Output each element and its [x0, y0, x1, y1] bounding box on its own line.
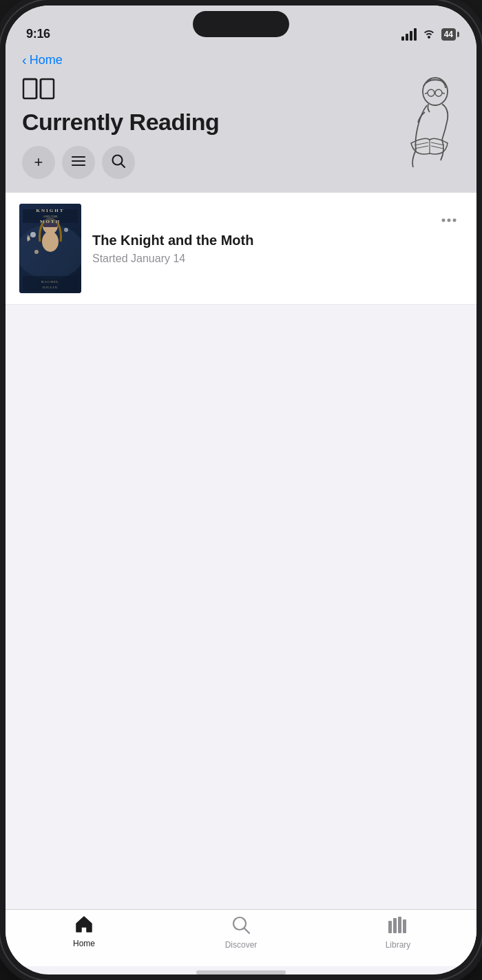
add-button[interactable]: +: [22, 146, 55, 179]
content-area: KNIGHT AND THE MOTH RACHEL GILLIG The Kn…: [6, 193, 476, 909]
svg-rect-42: [393, 918, 397, 933]
tab-home[interactable]: Home: [6, 915, 163, 950]
screen: 9:16 44: [6, 6, 476, 974]
book-cover: KNIGHT AND THE MOTH RACHEL GILLIG: [19, 204, 81, 293]
header-section: Currently Reading +: [6, 71, 476, 193]
book-started: Started January 14: [92, 253, 424, 265]
svg-point-23: [42, 231, 59, 252]
svg-line-40: [244, 928, 249, 933]
back-chevron-icon: ‹: [22, 52, 27, 68]
book-info: The Knight and the Moth Started January …: [92, 232, 424, 265]
home-icon: [74, 915, 94, 936]
home-indicator: [196, 970, 286, 974]
phone-frame: 9:16 44: [0, 0, 482, 980]
filter-button[interactable]: [62, 146, 95, 179]
svg-point-26: [30, 232, 36, 237]
dynamic-island: [193, 11, 289, 37]
svg-line-10: [431, 146, 443, 149]
back-button[interactable]: ‹ Home: [22, 52, 460, 68]
status-time: 9:16: [26, 27, 50, 41]
wifi-icon: [422, 28, 436, 41]
svg-line-7: [415, 142, 428, 145]
reading-illustration: [380, 71, 463, 153]
svg-point-28: [34, 250, 39, 254]
tab-library[interactable]: Library: [319, 915, 476, 950]
svg-rect-41: [388, 921, 392, 933]
book-title: The Knight and the Moth: [92, 232, 424, 248]
status-icons: 44: [401, 28, 456, 41]
signal-icon: [401, 28, 417, 41]
svg-text:GILLIG: GILLIG: [43, 286, 59, 289]
back-label: Home: [30, 53, 63, 67]
tab-bar: Home Discover: [6, 909, 476, 966]
svg-line-9: [431, 142, 444, 145]
search-button[interactable]: [102, 146, 135, 179]
svg-line-4: [425, 93, 428, 94]
filter-icon: [71, 155, 86, 171]
svg-line-20: [121, 164, 125, 167]
svg-rect-43: [398, 917, 401, 933]
svg-text:RACHEL: RACHEL: [41, 280, 59, 284]
svg-point-36: [442, 219, 446, 222]
plus-icon: +: [34, 153, 43, 171]
svg-text:AND THE: AND THE: [43, 215, 58, 218]
svg-rect-11: [23, 79, 36, 98]
svg-rect-12: [41, 79, 54, 98]
svg-point-37: [448, 219, 451, 222]
svg-point-1: [428, 89, 434, 96]
library-icon: [387, 915, 409, 937]
battery-icon: 44: [441, 28, 456, 41]
more-options-button[interactable]: [435, 206, 463, 230]
svg-text:KNIGHT: KNIGHT: [36, 208, 65, 213]
svg-rect-44: [403, 919, 406, 933]
svg-point-38: [453, 219, 457, 222]
discover-icon: [231, 915, 251, 937]
tab-discover-label: Discover: [225, 940, 258, 950]
svg-line-5: [442, 93, 445, 94]
tab-discover[interactable]: Discover: [163, 915, 319, 950]
svg-text:MOTH: MOTH: [40, 219, 61, 224]
nav-header: ‹ Home: [6, 47, 476, 71]
book-list-item[interactable]: KNIGHT AND THE MOTH RACHEL GILLIG The Kn…: [6, 193, 476, 305]
tab-home-label: Home: [73, 939, 95, 948]
svg-line-8: [415, 146, 428, 149]
search-icon: [111, 153, 126, 172]
svg-point-27: [64, 228, 68, 232]
svg-point-2: [435, 89, 442, 96]
tab-library-label: Library: [386, 940, 411, 950]
